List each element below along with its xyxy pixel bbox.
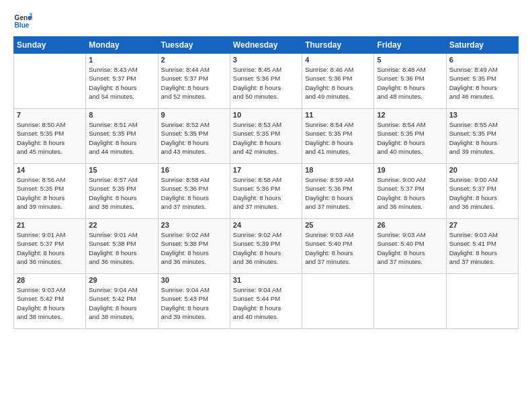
calendar-cell bbox=[302, 274, 374, 329]
day-info: Sunrise: 9:03 AMSunset: 5:41 PMDaylight:… bbox=[449, 230, 515, 266]
calendar-cell: 10Sunrise: 8:53 AMSunset: 5:35 PMDayligh… bbox=[230, 109, 302, 164]
day-number: 13 bbox=[449, 111, 515, 119]
calendar-cell: 17Sunrise: 8:58 AMSunset: 5:36 PMDayligh… bbox=[230, 164, 302, 219]
day-info: Sunrise: 8:54 AMSunset: 5:35 PMDaylight:… bbox=[305, 120, 371, 156]
page-header: General Blue bbox=[13, 12, 519, 31]
day-number: 6 bbox=[449, 56, 515, 64]
day-number: 17 bbox=[233, 166, 299, 174]
day-info: Sunrise: 9:03 AMSunset: 5:40 PMDaylight:… bbox=[377, 230, 443, 266]
day-info: Sunrise: 8:45 AMSunset: 5:36 PMDaylight:… bbox=[233, 65, 299, 101]
day-header-monday: Monday bbox=[86, 37, 158, 54]
calendar-cell: 15Sunrise: 8:57 AMSunset: 5:35 PMDayligh… bbox=[86, 164, 158, 219]
day-info: Sunrise: 9:01 AMSunset: 5:38 PMDaylight:… bbox=[89, 230, 154, 266]
calendar-cell: 20Sunrise: 9:00 AMSunset: 5:37 PMDayligh… bbox=[446, 164, 518, 219]
calendar-cell: 4Sunrise: 8:46 AMSunset: 5:36 PMDaylight… bbox=[302, 54, 374, 109]
day-info: Sunrise: 8:46 AMSunset: 5:36 PMDaylight:… bbox=[305, 65, 371, 101]
day-info: Sunrise: 8:57 AMSunset: 5:35 PMDaylight:… bbox=[89, 175, 154, 211]
calendar-cell: 13Sunrise: 8:55 AMSunset: 5:35 PMDayligh… bbox=[446, 109, 518, 164]
day-number: 24 bbox=[233, 221, 299, 229]
day-number: 18 bbox=[305, 166, 371, 174]
day-number: 27 bbox=[449, 221, 515, 229]
day-header-saturday: Saturday bbox=[446, 37, 518, 54]
day-number: 25 bbox=[305, 221, 371, 229]
day-info: Sunrise: 8:52 AMSunset: 5:35 PMDaylight:… bbox=[161, 120, 227, 156]
calendar-body: 1Sunrise: 8:43 AMSunset: 5:37 PMDaylight… bbox=[14, 54, 519, 329]
calendar-week-1: 1Sunrise: 8:43 AMSunset: 5:37 PMDaylight… bbox=[14, 54, 519, 109]
day-number: 30 bbox=[161, 276, 227, 284]
calendar-cell: 11Sunrise: 8:54 AMSunset: 5:35 PMDayligh… bbox=[302, 109, 374, 164]
day-info: Sunrise: 8:43 AMSunset: 5:37 PMDaylight:… bbox=[89, 65, 154, 101]
day-number: 15 bbox=[89, 166, 154, 174]
day-number: 16 bbox=[161, 166, 227, 174]
day-number: 12 bbox=[377, 111, 443, 119]
day-info: Sunrise: 9:04 AMSunset: 5:44 PMDaylight:… bbox=[233, 285, 299, 321]
day-number: 4 bbox=[305, 56, 371, 64]
day-number: 11 bbox=[305, 111, 371, 119]
day-info: Sunrise: 8:44 AMSunset: 5:37 PMDaylight:… bbox=[161, 65, 227, 101]
calendar-cell bbox=[14, 54, 86, 109]
calendar-cell: 30Sunrise: 9:04 AMSunset: 5:43 PMDayligh… bbox=[158, 274, 230, 329]
day-info: Sunrise: 9:03 AMSunset: 5:40 PMDaylight:… bbox=[305, 230, 371, 266]
day-header-wednesday: Wednesday bbox=[230, 37, 302, 54]
calendar-cell: 24Sunrise: 9:02 AMSunset: 5:39 PMDayligh… bbox=[230, 219, 302, 274]
calendar-cell: 18Sunrise: 8:59 AMSunset: 5:36 PMDayligh… bbox=[302, 164, 374, 219]
calendar-cell: 31Sunrise: 9:04 AMSunset: 5:44 PMDayligh… bbox=[230, 274, 302, 329]
calendar-cell: 25Sunrise: 9:03 AMSunset: 5:40 PMDayligh… bbox=[302, 219, 374, 274]
calendar-cell: 29Sunrise: 9:04 AMSunset: 5:42 PMDayligh… bbox=[86, 274, 158, 329]
calendar-cell: 12Sunrise: 8:54 AMSunset: 5:35 PMDayligh… bbox=[374, 109, 446, 164]
day-number: 9 bbox=[161, 111, 227, 119]
day-number: 10 bbox=[233, 111, 299, 119]
day-info: Sunrise: 8:53 AMSunset: 5:35 PMDaylight:… bbox=[233, 120, 299, 156]
calendar-cell: 9Sunrise: 8:52 AMSunset: 5:35 PMDaylight… bbox=[158, 109, 230, 164]
calendar-cell: 27Sunrise: 9:03 AMSunset: 5:41 PMDayligh… bbox=[446, 219, 518, 274]
day-info: Sunrise: 8:56 AMSunset: 5:35 PMDaylight:… bbox=[17, 175, 83, 211]
calendar-cell: 3Sunrise: 8:45 AMSunset: 5:36 PMDaylight… bbox=[230, 54, 302, 109]
calendar-week-3: 14Sunrise: 8:56 AMSunset: 5:35 PMDayligh… bbox=[14, 164, 519, 219]
day-info: Sunrise: 9:02 AMSunset: 5:38 PMDaylight:… bbox=[161, 230, 227, 266]
day-info: Sunrise: 9:03 AMSunset: 5:42 PMDaylight:… bbox=[17, 285, 83, 321]
day-info: Sunrise: 8:49 AMSunset: 5:35 PMDaylight:… bbox=[449, 65, 515, 101]
calendar-header-row: SundayMondayTuesdayWednesdayThursdayFrid… bbox=[14, 37, 519, 54]
calendar-cell: 14Sunrise: 8:56 AMSunset: 5:35 PMDayligh… bbox=[14, 164, 86, 219]
calendar-week-4: 21Sunrise: 9:01 AMSunset: 5:37 PMDayligh… bbox=[14, 219, 519, 274]
calendar-cell: 21Sunrise: 9:01 AMSunset: 5:37 PMDayligh… bbox=[14, 219, 86, 274]
calendar-table: SundayMondayTuesdayWednesdayThursdayFrid… bbox=[13, 36, 519, 329]
day-number: 31 bbox=[233, 276, 299, 284]
day-info: Sunrise: 9:00 AMSunset: 5:37 PMDaylight:… bbox=[377, 175, 443, 211]
calendar-cell bbox=[446, 274, 518, 329]
calendar-cell: 2Sunrise: 8:44 AMSunset: 5:37 PMDaylight… bbox=[158, 54, 230, 109]
day-info: Sunrise: 8:55 AMSunset: 5:35 PMDaylight:… bbox=[449, 120, 515, 156]
day-number: 8 bbox=[89, 111, 154, 119]
calendar-cell: 19Sunrise: 9:00 AMSunset: 5:37 PMDayligh… bbox=[374, 164, 446, 219]
svg-text:Blue: Blue bbox=[15, 21, 30, 29]
day-info: Sunrise: 8:50 AMSunset: 5:35 PMDaylight:… bbox=[17, 120, 83, 156]
calendar-cell: 7Sunrise: 8:50 AMSunset: 5:35 PMDaylight… bbox=[14, 109, 86, 164]
day-number: 2 bbox=[161, 56, 227, 64]
day-number: 1 bbox=[89, 56, 154, 64]
day-number: 26 bbox=[377, 221, 443, 229]
day-number: 20 bbox=[449, 166, 515, 174]
calendar-cell: 8Sunrise: 8:51 AMSunset: 5:35 PMDaylight… bbox=[86, 109, 158, 164]
calendar-cell: 22Sunrise: 9:01 AMSunset: 5:38 PMDayligh… bbox=[86, 219, 158, 274]
day-info: Sunrise: 8:58 AMSunset: 5:36 PMDaylight:… bbox=[161, 175, 227, 211]
day-info: Sunrise: 8:48 AMSunset: 5:36 PMDaylight:… bbox=[377, 65, 443, 101]
day-number: 23 bbox=[161, 221, 227, 229]
calendar-cell: 16Sunrise: 8:58 AMSunset: 5:36 PMDayligh… bbox=[158, 164, 230, 219]
day-number: 28 bbox=[17, 276, 83, 284]
day-info: Sunrise: 9:02 AMSunset: 5:39 PMDaylight:… bbox=[233, 230, 299, 266]
day-info: Sunrise: 9:01 AMSunset: 5:37 PMDaylight:… bbox=[17, 230, 83, 266]
calendar-cell: 23Sunrise: 9:02 AMSunset: 5:38 PMDayligh… bbox=[158, 219, 230, 274]
calendar-cell: 1Sunrise: 8:43 AMSunset: 5:37 PMDaylight… bbox=[86, 54, 158, 109]
day-info: Sunrise: 8:54 AMSunset: 5:35 PMDaylight:… bbox=[377, 120, 443, 156]
day-header-sunday: Sunday bbox=[14, 37, 86, 54]
calendar-cell: 26Sunrise: 9:03 AMSunset: 5:40 PMDayligh… bbox=[374, 219, 446, 274]
calendar-cell bbox=[374, 274, 446, 329]
day-number: 5 bbox=[377, 56, 443, 64]
day-info: Sunrise: 8:58 AMSunset: 5:36 PMDaylight:… bbox=[233, 175, 299, 211]
calendar-week-2: 7Sunrise: 8:50 AMSunset: 5:35 PMDaylight… bbox=[14, 109, 519, 164]
calendar-cell: 5Sunrise: 8:48 AMSunset: 5:36 PMDaylight… bbox=[374, 54, 446, 109]
calendar-cell: 28Sunrise: 9:03 AMSunset: 5:42 PMDayligh… bbox=[14, 274, 86, 329]
day-number: 14 bbox=[17, 166, 83, 174]
day-header-friday: Friday bbox=[374, 37, 446, 54]
day-number: 22 bbox=[89, 221, 154, 229]
